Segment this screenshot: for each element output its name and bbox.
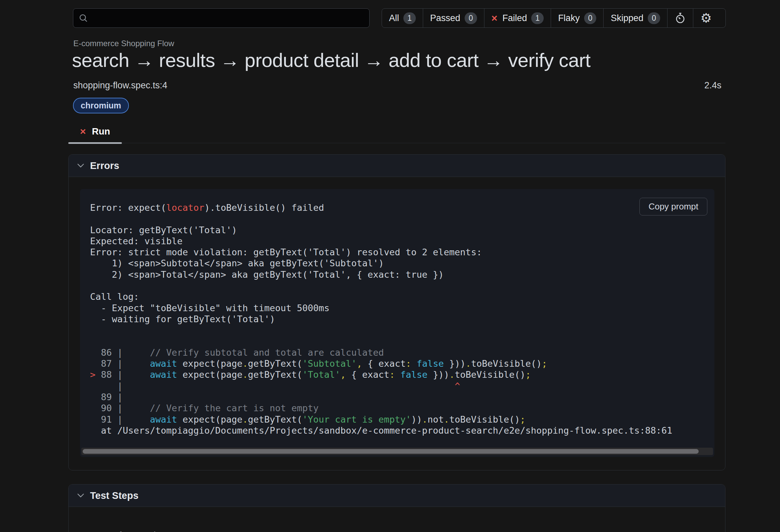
test-steps-card: Test Steps ✓ Before Hooks 564ms [68, 484, 725, 532]
filter-bar: All1Passed0×Failed1Flaky0Skipped0 ⚙ [382, 8, 726, 28]
check-icon: ✓ [94, 530, 102, 532]
code-line [90, 213, 672, 224]
project-badge[interactable]: chromium [73, 98, 129, 113]
suite-label: E-commerce Shopping Flow [73, 39, 174, 48]
search-input[interactable] [92, 13, 364, 23]
tab-run-label: Run [92, 126, 110, 137]
spec-file: shopping-flow.spec.ts:4 [73, 80, 167, 91]
test-steps-header[interactable]: Test Steps [68, 484, 725, 507]
filter-tab-flaky[interactable]: Flaky0 [551, 9, 603, 28]
search-icon [79, 13, 88, 23]
code-line [90, 336, 672, 347]
errors-title: Errors [90, 160, 119, 171]
horizontal-scrollbar [81, 448, 713, 455]
code-line: - Expect "toBeVisible" with timeout 5000… [90, 303, 672, 314]
test-steps-title: Test Steps [90, 490, 139, 501]
code-line: 87 | await expect(page.getByText('Subtot… [90, 358, 672, 369]
errors-card: Errors Error: expect(locator).toBeVisibl… [68, 154, 725, 470]
code-line: - waiting for getByText('Total') [90, 314, 672, 325]
filter-tab-passed[interactable]: Passed0 [423, 9, 484, 28]
code-line: Locator: getByText('Total') [90, 224, 672, 235]
filter-count-badge: 1 [403, 12, 416, 24]
filter-count-badge: 0 [648, 12, 660, 24]
stopwatch-icon [675, 12, 686, 24]
filter-tab-label: Passed [430, 13, 460, 23]
step-row-before-hooks[interactable]: ✓ Before Hooks 564ms [68, 530, 725, 532]
filter-count-badge: 0 [584, 12, 596, 24]
filter-count-badge: 1 [531, 12, 544, 24]
filter-tab-label: Skipped [611, 13, 643, 23]
code-line: 91 | await expect(page.getByText('Your c… [90, 414, 672, 425]
error-code-block: Error: expect(locator).toBeVisible() fai… [80, 189, 715, 457]
chevron-down-icon [77, 493, 84, 498]
filter-tab-label: Flaky [558, 13, 580, 23]
code-line: 90 | // Verify the cart is not empty [90, 403, 672, 414]
scrollbar-thumb[interactable] [83, 449, 699, 454]
errors-header[interactable]: Errors [68, 155, 725, 177]
tab-run[interactable]: × Run [68, 120, 122, 143]
chevron-down-icon [77, 163, 84, 168]
code-line: at /Users/tompiaggio/Documents/Projects/… [90, 425, 672, 436]
copy-prompt-button[interactable]: Copy prompt [639, 198, 708, 215]
code-line: Call log: [90, 291, 672, 302]
tab-bar: × Run [68, 120, 725, 143]
filter-tab-label: Failed [502, 13, 527, 23]
code-line: 89 | [90, 391, 672, 403]
page-title: search → results → product detail → add … [72, 49, 590, 71]
filter-count-badge: 0 [465, 12, 477, 24]
error-code: Error: expect(locator).toBeVisible() fai… [90, 202, 672, 436]
search-box [73, 8, 370, 28]
code-line: Expected: visible [90, 235, 672, 247]
step-duration: 564ms [686, 530, 713, 532]
stopwatch-button[interactable] [668, 9, 693, 28]
filter-tabs: All1Passed0×Failed1Flaky0Skipped0 [382, 9, 668, 28]
code-line: Error: expect(locator).toBeVisible() fai… [90, 202, 672, 213]
gear-icon: ⚙ [700, 11, 712, 25]
failed-x-icon: × [80, 126, 86, 137]
code-line: Error: strict mode violation: getByText(… [90, 247, 672, 258]
settings-button[interactable]: ⚙ [693, 9, 719, 28]
filter-tab-all[interactable]: All1 [382, 9, 423, 28]
failed-x-icon: × [491, 13, 497, 23]
code-line [90, 325, 672, 335]
step-label: Before Hooks [108, 530, 163, 532]
test-duration: 2.4s [704, 80, 721, 91]
filter-tab-skipped[interactable]: Skipped0 [603, 9, 667, 28]
code-line: | ^ [90, 380, 672, 391]
filter-tab-failed[interactable]: ×Failed1 [484, 9, 551, 28]
code-line: 1) <span>Subtotal</span> aka getByText('… [90, 258, 672, 269]
code-line: > 88 | await expect(page.getByText('Tota… [90, 369, 672, 380]
filter-tab-label: All [389, 13, 399, 23]
code-line: 86 | // Verify subtotal and total are ca… [90, 347, 672, 358]
code-line [90, 280, 672, 291]
code-line: 2) <span>Total</span> aka getByText('Tot… [90, 269, 672, 280]
